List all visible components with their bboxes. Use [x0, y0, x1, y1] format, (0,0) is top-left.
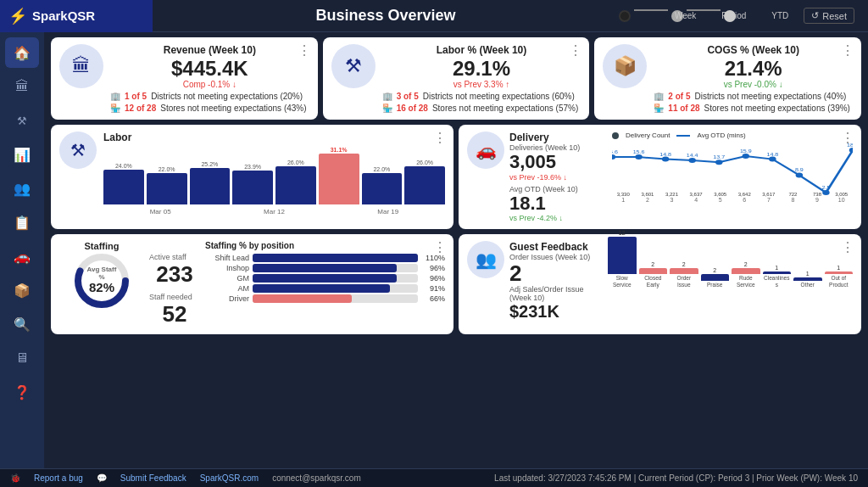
revenue-title: Revenue (Week 10) — [110, 44, 309, 56]
feedback-bar-col: 2Closed Early — [639, 261, 668, 288]
sidebar-item-inventory[interactable]: 📦 — [5, 275, 39, 305]
period-label: Period — [721, 11, 746, 20]
row-1: 🏛 Revenue (Week 10) $445.4K Comp -0.1% ↓… — [51, 37, 861, 120]
week-dot[interactable] — [619, 10, 631, 22]
feedback-bar-col: 2Praise — [701, 267, 730, 287]
reset-label: Reset — [822, 11, 847, 21]
sidebar-item-search[interactable]: 🔍 — [5, 309, 39, 339]
count-legend-dot — [612, 132, 619, 139]
labor-bar: 25.2% — [190, 161, 231, 205]
staffing-inner: Staffing Avg Staff % 82% — [59, 241, 445, 327]
labor-pct-value: 29.1% — [382, 58, 581, 80]
labor-chart-title: Labor — [103, 132, 445, 143]
order-issues-label: Order Issues (Week 10) — [509, 253, 603, 261]
sidebar-item-districts[interactable]: 🏛 — [5, 71, 39, 102]
cogs-menu[interactable]: ⋮ — [841, 42, 854, 59]
reset-button[interactable]: ↺ Reset — [804, 8, 854, 24]
feedback-icon: 💬 — [97, 473, 107, 483]
labor-bar: 26.0% — [404, 160, 445, 204]
row-3: ⋮ Staffing Avg Staff % 82% — [51, 234, 861, 334]
cogs-store-icon: 🏪 — [654, 104, 664, 113]
report-bug-link[interactable]: Report a bug — [34, 473, 83, 483]
revenue-comp: Comp -0.1% ↓ — [110, 80, 309, 89]
bug-icon: 🐞 — [10, 473, 20, 483]
feedback-icon: 👥 — [467, 241, 504, 278]
sidebar-item-reports[interactable]: 📋 — [5, 207, 39, 238]
cogs-stores-row: 🏪 11 of 28 Stores not meeting expectatio… — [654, 104, 853, 113]
sidebar-item-tools[interactable]: ⚒ — [5, 105, 39, 136]
email-link: connect@sparkqsr.com — [272, 473, 361, 483]
statusbar: 🐞 Report a bug 💬 Submit Feedback SparkQS… — [0, 468, 868, 487]
staffing-title: Staffing — [85, 241, 120, 251]
labor-bar: 26.0% — [275, 160, 316, 204]
labor-bar: 24.0% — [103, 163, 144, 204]
otd-legend-line — [676, 135, 690, 137]
staffing-position-row: GM96% — [205, 274, 445, 283]
sidebar-item-staff[interactable]: 👥 — [5, 173, 39, 204]
cogs-icon: 📦 — [603, 44, 647, 88]
sidebar-item-analytics[interactable]: 📊 — [5, 139, 39, 170]
order-issues-value: 2 — [509, 261, 603, 286]
logo-text: SparkQSR — [32, 8, 95, 23]
staffing-position-row: Shift Lead110% — [205, 254, 445, 262]
feedback-bar-col: 2Rude Service — [732, 261, 760, 288]
sidebar-item-help[interactable]: ❓ — [5, 377, 39, 407]
revenue-stores-row: 🏪 12 of 28 Stores not meeting expectatio… — [110, 104, 309, 113]
feedback-menu[interactable]: ⋮ — [841, 239, 854, 255]
revenue-menu[interactable]: ⋮ — [298, 42, 311, 59]
store-icon: 🏪 — [110, 104, 120, 113]
deliveries-value: 3,005 — [509, 152, 607, 172]
labor-district-icon: 🏢 — [382, 92, 392, 101]
sidebar-item-monitor[interactable]: 🖥 — [5, 343, 39, 373]
sidebar-item-delivery[interactable]: 🚗 — [5, 241, 39, 271]
staffing-position-row: AM91% — [205, 284, 445, 293]
header-controls: Week Period YTD ↺ Reset — [619, 8, 868, 24]
labor-pct-menu[interactable]: ⋮ — [569, 42, 582, 59]
labor-chart-menu[interactable]: ⋮ — [433, 130, 447, 146]
feedback-inner: 👥 Guest Feedback Order Issues (Week 10) … — [467, 241, 853, 322]
staffing-left: Staffing Avg Staff % 82% — [59, 241, 144, 327]
delivery-icon: 🚗 — [467, 132, 504, 169]
staff-needed-value: 52 — [149, 301, 200, 327]
feedback-right: 12Slow Service2Closed Early2Order Issue2… — [608, 241, 853, 322]
revenue-icon: 🏛 — [59, 44, 103, 88]
sidebar-item-home[interactable]: 🏠 — [5, 37, 39, 68]
cogs-title: COGS % (Week 10) — [654, 44, 853, 56]
submit-feedback-link[interactable]: Submit Feedback — [120, 473, 186, 483]
revenue-districts-row: 🏢 1 of 5 Districts not meeting expectati… — [110, 92, 309, 101]
staffing-position-row: Driver66% — [205, 294, 445, 303]
cogs-vs: vs Prev -0.0% ↓ — [654, 80, 853, 89]
labor-chart-card: ⋮ ⚒ Labor 24.0%22.0%25.2%23.9%26.0%31.1%… — [51, 125, 453, 228]
feedback-bar-col: 12Slow Service — [608, 230, 637, 287]
page-title: Business Overview — [153, 7, 619, 25]
reset-icon: ↺ — [811, 10, 819, 21]
staff-needed-label: Staff needed — [149, 293, 200, 301]
delivery-title: Delivery — [509, 132, 607, 143]
revenue-value: $445.4K — [110, 58, 309, 80]
cogs-card: 📦 COGS % (Week 10) 21.4% vs Prev -0.0% ↓… — [594, 37, 861, 120]
avg-otd-value: 18.1 — [509, 193, 607, 214]
main-content: 🏛 Revenue (Week 10) $445.4K Comp -0.1% ↓… — [44, 32, 868, 468]
feedback-title: Guest Feedback — [509, 241, 603, 253]
labor-x-labels: Mar 05Mar 12Mar 19 — [103, 208, 445, 216]
adj-sales-week: (Week 10) — [509, 294, 603, 302]
labor-pct-stores-row: 🏪 16 of 28 Stores not meeting expectatio… — [382, 104, 581, 113]
week-label: Week — [675, 11, 696, 20]
position-title: Staffing % by position — [205, 241, 445, 250]
sidebar: 🏠 🏛 ⚒ 📊 👥 📋 🚗 📦 🔍 🖥 ❓ — [0, 32, 44, 468]
staffing-card: ⋮ Staffing Avg Staff % 82% — [51, 234, 453, 334]
adj-sales-label: Adj Sales/Order Issue — [509, 285, 603, 294]
labor-bar: 22.0% — [147, 166, 187, 205]
labor-pct-icon: ⚒ — [331, 44, 376, 88]
feedback-card: ⋮ 👥 Guest Feedback Order Issues (Week 10… — [459, 234, 861, 334]
website-link[interactable]: SparkQSR.com — [200, 473, 259, 483]
ytd-label: YTD — [771, 11, 788, 20]
staffing-bars: Shift Lead110%Inshop96%GM96%AM91%Driver6… — [205, 254, 445, 303]
cogs-district-icon: 🏢 — [654, 92, 664, 101]
staffing-menu[interactable]: ⋮ — [433, 239, 447, 255]
main-layout: 🏠 🏛 ⚒ 📊 👥 📋 🚗 📦 🔍 🖥 ❓ 🏛 Revenue (Week 10… — [0, 32, 868, 468]
week-option[interactable] — [619, 10, 631, 22]
delivery-legend: Delivery Count Avg OTD (mins) — [612, 132, 853, 139]
feedback-bar-col: 1Other — [793, 271, 822, 288]
cogs-districts-row: 🏢 2 of 5 Districts not meeting expectati… — [654, 92, 853, 101]
